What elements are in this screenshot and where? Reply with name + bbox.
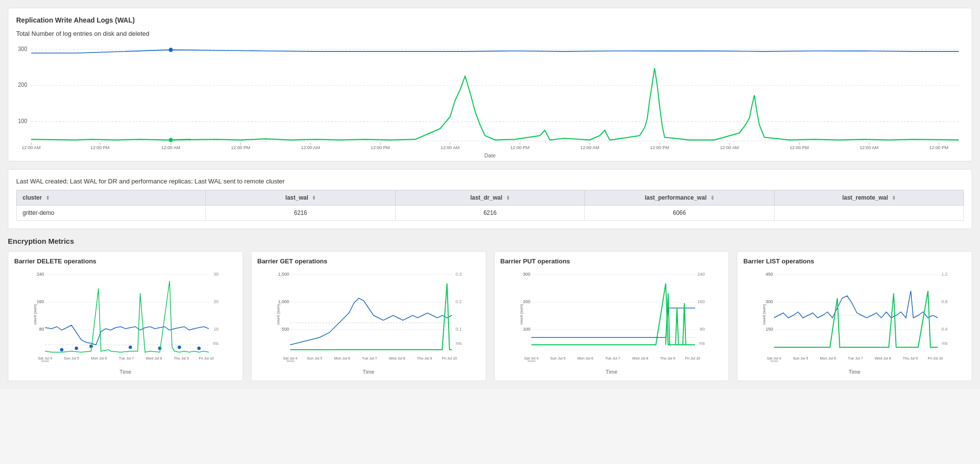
svg-text:300: 300 (766, 299, 773, 304)
svg-text:Mon Jul 6: Mon Jul 6 (91, 356, 107, 361)
col-cluster[interactable]: cluster ⇕ (17, 190, 206, 206)
svg-text:ms: ms (456, 341, 462, 346)
svg-text:12:00 PM: 12:00 PM (930, 145, 949, 149)
svg-text:Sun Jul 5: Sun Jul 5 (793, 356, 808, 361)
put-chart-svg: 300 200 100 240 160 80 ms count (sum) (501, 269, 723, 362)
svg-text:Fri Jul 10: Fri Jul 10 (442, 356, 457, 361)
svg-text:Fri Jul 10: Fri Jul 10 (685, 356, 700, 361)
svg-text:Tue Jul 7: Tue Jul 7 (119, 356, 134, 361)
svg-text:Fri Jul 10: Fri Jul 10 (199, 356, 214, 361)
svg-text:Tue Jul 7: Tue Jul 7 (848, 356, 863, 361)
sort-icon-cluster: ⇕ (46, 195, 50, 201)
svg-text:300: 300 (523, 272, 530, 277)
svg-text:160: 160 (697, 299, 704, 304)
svg-text:20: 20 (214, 299, 219, 304)
metric-title-list: Barrier LIST operations (743, 258, 966, 265)
svg-text:2020: 2020 (41, 360, 50, 362)
svg-point-8 (169, 138, 173, 142)
list-chart-svg: 450 300 150 1.2 0.8 0.4 ms count (sum) (743, 269, 966, 362)
svg-text:Wed Jul 8: Wed Jul 8 (146, 356, 162, 361)
col-last-wal[interactable]: last_wal ⇕ (206, 190, 395, 206)
svg-point-57 (60, 348, 63, 352)
list-chart-container: 450 300 150 1.2 0.8 0.4 ms count (sum) (743, 269, 966, 367)
svg-text:12:00 PM: 12:00 PM (231, 145, 250, 149)
svg-text:100: 100 (18, 118, 27, 124)
sort-icon-last-remote-wal: ⇕ (892, 195, 896, 201)
svg-text:240: 240 (37, 272, 44, 277)
sort-icon-last-dr-wal: ⇕ (506, 195, 510, 201)
svg-text:450: 450 (766, 272, 773, 277)
svg-text:Sun Jul 5: Sun Jul 5 (307, 356, 322, 361)
put-chart-container: 300 200 100 240 160 80 ms count (sum) (501, 269, 723, 367)
svg-point-59 (89, 345, 93, 348)
svg-text:0.3: 0.3 (455, 272, 462, 277)
metric-card-list: Barrier LIST operations 450 300 150 1.2 … (737, 251, 972, 381)
wal-table-title: Last WAL created; Last WAL for DR and pe… (16, 178, 964, 185)
cell-cluster: gritter-demo (17, 206, 206, 221)
svg-text:Wed Jul 8: Wed Jul 8 (875, 356, 891, 361)
svg-text:0.1: 0.1 (455, 327, 462, 332)
svg-text:150: 150 (766, 327, 773, 332)
col-last-performance-wal[interactable]: last_performance_wal ⇕ (585, 190, 774, 206)
svg-text:Wed Jul 8: Wed Jul 8 (632, 356, 648, 361)
col-last-dr-wal[interactable]: last_dr_wal ⇕ (395, 190, 584, 206)
svg-text:12:00 PM: 12:00 PM (790, 145, 809, 149)
col-last-remote-wal[interactable]: last_remote_wal ⇕ (774, 190, 963, 206)
sort-icon-last-wal: ⇕ (312, 195, 316, 201)
page-container: Replication Write Ahead Logs (WAL) Total… (0, 0, 980, 389)
svg-text:Fri Jul 10: Fri Jul 10 (928, 356, 943, 361)
wal-section: Replication Write Ahead Logs (WAL) Total… (8, 8, 972, 161)
svg-text:12:00 PM: 12:00 PM (510, 145, 529, 149)
svg-text:Thu Jul 9: Thu Jul 9 (417, 356, 432, 361)
svg-point-63 (197, 347, 201, 350)
list-chart-x-label: Time (743, 369, 966, 375)
svg-text:12:00 AM: 12:00 AM (580, 145, 600, 149)
svg-text:count (sum): count (sum) (33, 304, 37, 325)
metric-title-delete: Barrier DELETE operations (14, 258, 237, 265)
wal-chart-container: 300 200 100 (16, 41, 964, 149)
metric-card-delete: Barrier DELETE operations 240 160 80 30 … (8, 251, 243, 381)
encryption-section-title: Encryption Metrics (8, 237, 972, 245)
cell-last-dr-wal: 6216 (395, 206, 584, 221)
delete-chart-x-label: Time (14, 369, 237, 375)
svg-text:2020: 2020 (286, 360, 294, 362)
svg-text:200: 200 (18, 81, 27, 88)
svg-text:Thu Jul 9: Thu Jul 9 (903, 356, 918, 361)
wal-chart-x-label: Date (16, 153, 964, 158)
svg-text:Tue Jul 7: Tue Jul 7 (605, 356, 620, 361)
svg-text:Mon Jul 6: Mon Jul 6 (334, 356, 350, 361)
svg-text:ms: ms (942, 341, 948, 346)
svg-point-61 (158, 347, 161, 350)
svg-text:count (sum): count (sum) (762, 304, 766, 325)
svg-point-7 (169, 48, 173, 52)
svg-text:Mon Jul 6: Mon Jul 6 (820, 356, 836, 361)
cell-last-wal: 6216 (206, 206, 395, 221)
svg-text:1,000: 1,000 (278, 299, 289, 304)
svg-text:12:00 AM: 12:00 AM (859, 145, 879, 149)
svg-text:ms: ms (699, 341, 704, 346)
svg-text:160: 160 (37, 299, 44, 304)
svg-text:1,500: 1,500 (278, 272, 289, 277)
wal-table-section: Last WAL created; Last WAL for DR and pe… (8, 169, 972, 229)
svg-text:Wed Jul 8: Wed Jul 8 (389, 356, 405, 361)
metric-title-put: Barrier PUT operations (501, 258, 723, 265)
svg-text:Thu Jul 9: Thu Jul 9 (174, 356, 189, 361)
svg-point-62 (177, 346, 181, 349)
metric-title-get: Barrier GET operations (257, 258, 480, 265)
svg-text:Mon Jul 6: Mon Jul 6 (577, 356, 593, 361)
metric-card-get: Barrier GET operations 1,500 1,000 500 0… (251, 251, 486, 381)
svg-text:12:00 AM: 12:00 AM (161, 145, 180, 149)
svg-text:2020: 2020 (527, 360, 535, 362)
put-chart-x-label: Time (501, 369, 723, 375)
svg-text:Tue Jul 7: Tue Jul 7 (362, 356, 377, 361)
get-chart-x-label: Time (257, 369, 480, 375)
svg-text:count (sum): count (sum) (519, 304, 523, 325)
encryption-section: Encryption Metrics Barrier DELETE operat… (8, 237, 972, 381)
svg-text:200: 200 (523, 299, 530, 304)
cell-last-remote-wal (774, 206, 963, 221)
svg-point-60 (128, 346, 132, 349)
svg-text:12:00 AM: 12:00 AM (720, 145, 739, 149)
svg-text:10: 10 (214, 327, 219, 332)
wal-chart-title: Total Number of log entries on disk and … (16, 30, 964, 37)
table-row: gritter-demo 6216 6216 6066 (17, 206, 964, 221)
